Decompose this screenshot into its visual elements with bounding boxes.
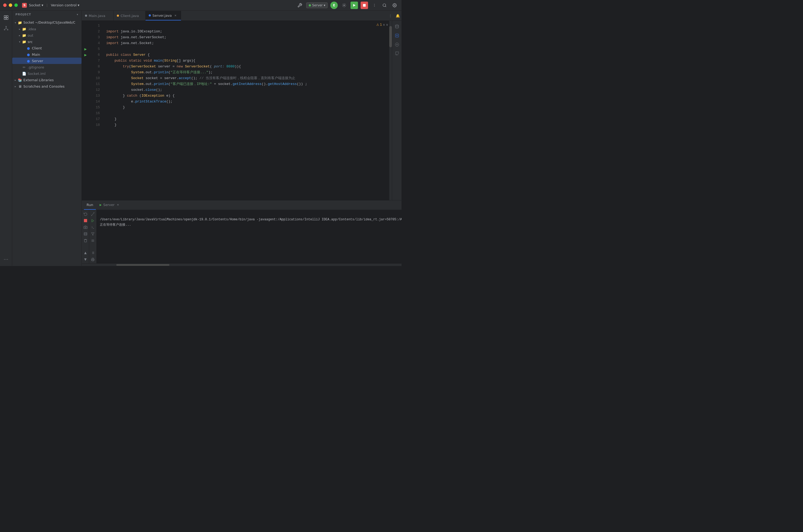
tree-label: .idea (27, 27, 79, 31)
clear-icon[interactable] (82, 238, 89, 243)
tree-item-main[interactable]: ● Main (12, 51, 81, 58)
server-dropdown[interactable]: ● Server ▾ (306, 2, 328, 8)
fold-icon[interactable] (82, 231, 89, 237)
server-tab-icon: ▶ (99, 203, 102, 206)
right-sidebar (392, 21, 401, 200)
ai-icon[interactable] (393, 41, 401, 48)
expand-arrow: ▸ (18, 34, 22, 37)
tree-item-client[interactable]: ● Client (12, 45, 81, 51)
scrollbar-thumb[interactable] (389, 26, 392, 47)
structure-icon[interactable] (1, 23, 11, 33)
build-icon[interactable] (296, 2, 303, 9)
server-label: Server (312, 3, 323, 7)
tree-label: Main (32, 53, 79, 57)
run-line-5-icon[interactable]: ▶ (82, 46, 89, 52)
tree-label: src (27, 40, 79, 44)
library-icon: 📚 (18, 78, 22, 82)
play-icon[interactable] (90, 218, 96, 224)
scratches-icon: 🖥 (18, 84, 22, 89)
gutter-empty (82, 29, 89, 35)
folder-icon: 📁 (22, 34, 26, 37)
server-tab-close[interactable]: ✕ (116, 203, 120, 207)
sidebar-tree: ▾ 📁 Socket ~/Desktop/CS/JavaWeb/C ▸ 📁 .i… (12, 18, 81, 266)
run-tab-label: Run (87, 203, 93, 207)
tree-item-ext-libs[interactable]: ▸ 📚 External Libraries (12, 77, 81, 83)
tree-item-server[interactable]: ● Server (12, 58, 81, 64)
tab-menu-button[interactable]: ⋮ (387, 11, 394, 20)
sort-icon[interactable] (90, 250, 96, 255)
settings-icon[interactable] (340, 2, 348, 9)
app-dropdown-arrow[interactable]: ▾ (42, 3, 43, 7)
tree-item-socket[interactable]: ▾ 📁 Socket ~/Desktop/CS/JavaWeb/C (12, 19, 81, 26)
tab-label: Client.java (120, 14, 139, 18)
scroll-up-icon[interactable]: ▲ (82, 250, 89, 255)
expand-arrow: ▾ (18, 40, 22, 43)
tree-item-idea[interactable]: ▸ 📁 .idea (12, 26, 81, 32)
maximize-button[interactable] (14, 3, 18, 7)
svg-rect-6 (6, 16, 8, 18)
filter-icon[interactable] (90, 231, 96, 237)
copilot-icon[interactable] (393, 50, 401, 57)
tab-server[interactable]: ▶ Server ✕ (97, 201, 123, 210)
scroll-down-icon[interactable]: ▼ (82, 256, 89, 262)
settings-gear-icon[interactable] (391, 2, 398, 9)
screenshot-icon[interactable] (82, 224, 89, 230)
folder-icon: 📁 (22, 27, 26, 31)
search-everywhere-icon[interactable] (381, 2, 388, 9)
stop-run-icon[interactable] (82, 218, 89, 224)
expand-terminal-icon[interactable] (90, 211, 96, 217)
tab-server-java[interactable]: Server.java ✕ (146, 11, 181, 20)
tab-label: Main.java (89, 14, 105, 18)
more-options-icon[interactable]: ⋮ (371, 2, 378, 9)
app-title[interactable]: Socket ▾ (29, 3, 43, 7)
tab-file-icon (85, 15, 87, 17)
terminal-output: /Users/eve/Library/Java/JavaVirtualMachi… (97, 210, 401, 263)
tree-item-gitignore[interactable]: ✏ .gitignore (12, 64, 81, 70)
java-file-icon: ● (26, 59, 31, 63)
warning-indicator: ⚠1 ∧ ∨ (376, 21, 388, 26)
tab-close-button[interactable]: ✕ (173, 13, 178, 18)
run-button[interactable] (351, 2, 358, 9)
editor-scrollbar[interactable] (389, 21, 392, 200)
tab-bar: Main.java Client.java Server.java ✕ ⋮ 🔔 (82, 11, 401, 21)
bottom-scrollbar-thumb[interactable] (116, 264, 169, 266)
svg-marker-19 (92, 219, 94, 222)
close-button[interactable] (3, 3, 7, 7)
tree-item-scratches[interactable]: ▸ 🖥 Scratches and Consoles (12, 83, 81, 90)
tab-main-java[interactable]: Main.java (82, 11, 114, 20)
tree-item-out[interactable]: ▸ 📁 out (12, 32, 81, 38)
tree-label: External Libraries (23, 78, 79, 82)
expand-arrow: ▸ (13, 85, 18, 88)
editor-area: Main.java Client.java Server.java ✕ ⋮ 🔔 (82, 11, 401, 266)
tab-run[interactable]: Run (84, 201, 96, 210)
run-line-6-icon[interactable]: ▶ (82, 52, 89, 58)
database-icon[interactable] (393, 23, 401, 30)
tree-item-iml[interactable]: 📄 Socket.iml (12, 70, 81, 77)
warning-count: 1 (380, 23, 382, 26)
notifications-button[interactable]: 🔔 (394, 11, 401, 20)
code-editor[interactable]: import java.io.IOException; import java.… (102, 21, 376, 200)
server-arrow: ▾ (324, 3, 325, 7)
stop-button[interactable] (361, 2, 368, 9)
user-avatar[interactable]: E (330, 2, 338, 9)
more-tools-icon[interactable]: ⋯ (1, 254, 11, 264)
plugin-icon[interactable] (393, 32, 401, 39)
tab-client-java[interactable]: Client.java (114, 11, 146, 20)
project-files-icon[interactable] (1, 13, 11, 22)
minimize-button[interactable] (9, 3, 12, 7)
app-icon: S (22, 3, 27, 8)
rerun-icon[interactable] (82, 211, 89, 217)
indent-icon[interactable] (90, 238, 96, 243)
terminal-side-icons (89, 210, 97, 263)
bottom-scrollbar[interactable] (82, 263, 401, 266)
sidebar: Project ▾ ▾ 📁 Socket ~/Desktop/CS/JavaWe… (12, 11, 82, 266)
folder-icon: 📁 (18, 21, 22, 25)
svg-point-9 (5, 26, 6, 27)
print-icon[interactable] (90, 256, 96, 262)
vc-dropdown-arrow[interactable]: ▾ (77, 3, 79, 7)
terminal-icon[interactable] (90, 224, 96, 230)
version-control-title[interactable]: Version control ▾ (51, 3, 79, 7)
activity-bar: ⋯ (0, 11, 12, 266)
svg-rect-5 (4, 16, 6, 18)
tree-item-src[interactable]: ▾ 📁 src (12, 38, 81, 45)
